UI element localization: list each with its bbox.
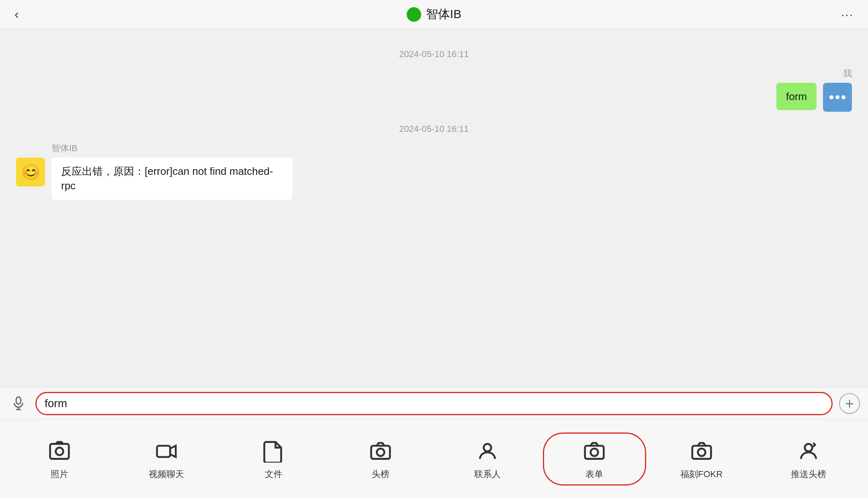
svg-rect-5 <box>157 446 170 457</box>
user-avatar <box>823 83 852 112</box>
form-label: 表单 <box>585 468 603 480</box>
text-input-wrap <box>35 392 833 415</box>
toolbar-camera-head[interactable]: 头榜 <box>329 434 432 484</box>
bot-avatar: 😊 <box>16 158 45 186</box>
bot-bubble: 反应出错，原因：[error]can not find matched-rpc <box>51 158 293 200</box>
bot-bubble-row: 😊 反应出错，原因：[error]can not find matched-rp… <box>16 158 293 200</box>
svg-point-8 <box>484 444 491 451</box>
svg-point-13 <box>805 444 813 451</box>
timestamp-2: 2024-05-10 16:11 <box>16 124 852 134</box>
bot-sender-name: 智体IB <box>51 142 78 154</box>
fokr-icon <box>688 438 715 465</box>
user-message: 我 form <box>16 68 852 112</box>
camera-head-label: 头榜 <box>372 468 389 480</box>
input-bar: ＋ <box>0 387 868 419</box>
dot1 <box>829 95 833 99</box>
user-bubble: form <box>776 83 817 110</box>
svg-point-7 <box>377 449 385 456</box>
fokr-label: 福刻FOKR <box>680 468 723 480</box>
file-label: 文件 <box>265 468 283 480</box>
bot-message: 智体IB 😊 反应出错，原因：[error]can not find match… <box>16 142 852 200</box>
chat-title: 智体IB <box>426 6 461 23</box>
photo-icon <box>46 438 73 465</box>
toolbar-ranking[interactable]: 推送头榜 <box>757 434 860 484</box>
chat-area: 2024-05-10 16:11 我 form 2024-05-10 16:11… <box>0 29 868 418</box>
back-button[interactable]: ‹ <box>14 7 19 22</box>
ranking-icon <box>795 438 822 465</box>
contact-icon <box>474 438 501 465</box>
header-title: 智体IB <box>407 6 461 23</box>
video-icon <box>153 438 180 465</box>
user-bubble-row: form <box>776 83 852 112</box>
svg-rect-3 <box>50 444 69 459</box>
voice-button[interactable] <box>8 393 29 414</box>
toolbar-photo[interactable]: 照片 <box>8 434 111 484</box>
bottom-toolbar: 照片 视频聊天 文件 头榜 联系人 表单 <box>0 419 868 498</box>
avatar-dots <box>829 95 845 99</box>
timestamp-1: 2024-05-10 16:11 <box>16 49 852 59</box>
toolbar-file[interactable]: 文件 <box>222 434 325 484</box>
form-icon <box>581 438 608 465</box>
ranking-label: 推送头榜 <box>791 468 826 480</box>
svg-point-0 <box>16 397 21 404</box>
toolbar-form[interactable]: 表单 <box>543 432 646 486</box>
add-button[interactable]: ＋ <box>839 393 860 414</box>
svg-point-12 <box>698 449 705 456</box>
svg-point-10 <box>591 449 598 456</box>
camera-head-icon <box>367 438 394 465</box>
dot2 <box>835 95 839 99</box>
file-icon <box>260 438 287 465</box>
toolbar-video[interactable]: 视频聊天 <box>115 434 218 484</box>
svg-point-4 <box>56 447 63 455</box>
text-input[interactable] <box>45 397 823 410</box>
video-label: 视频聊天 <box>149 468 184 480</box>
photo-label: 照片 <box>51 468 68 480</box>
dot3 <box>841 95 845 99</box>
status-dot <box>407 7 421 22</box>
header: ‹ 智体IB ··· <box>0 0 868 29</box>
toolbar-fokr[interactable]: 福刻FOKR <box>650 434 753 484</box>
user-sender-name: 我 <box>843 68 852 80</box>
contact-label: 联系人 <box>474 468 501 480</box>
toolbar-contact[interactable]: 联系人 <box>436 434 539 484</box>
more-button[interactable]: ··· <box>841 8 854 21</box>
